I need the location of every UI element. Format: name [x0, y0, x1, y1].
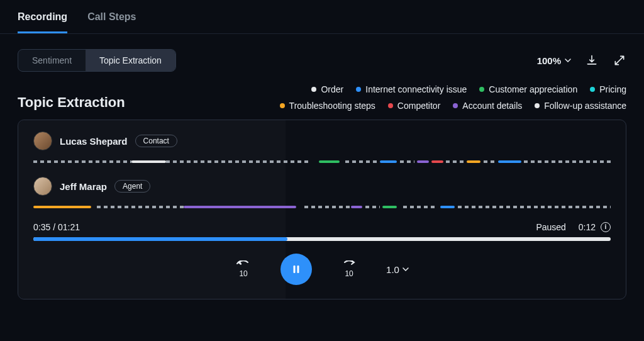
track-segment: [382, 206, 397, 208]
section-title: Topic Extraction: [18, 94, 125, 111]
zoom-dropdown[interactable]: 100%: [537, 55, 571, 66]
legend-item: Customer appreciation: [479, 84, 577, 94]
track-gap: [345, 160, 380, 163]
track-gap: [458, 206, 611, 208]
timeline-panel: Lucas ShepardContactJeff MarapAgent 0:35…: [18, 120, 626, 299]
timeline-track[interactable]: [33, 160, 611, 164]
legend-label: Troubleshooting steps: [289, 101, 375, 111]
legend-label: Competitor: [397, 101, 440, 111]
top-tabs: Recording Call Steps: [0, 0, 644, 34]
zoom-value: 100%: [537, 55, 561, 66]
sentiment-tab-button[interactable]: Sentiment: [18, 50, 86, 71]
legend-dot: [356, 87, 361, 92]
legend-dot: [535, 103, 540, 108]
svg-rect-1: [297, 266, 299, 273]
track-segment: [319, 160, 339, 163]
speaker-header: Lucas ShepardContact: [33, 131, 611, 150]
legend-label: Account details: [462, 101, 522, 111]
topic-extraction-tab-button[interactable]: Topic Extraction: [86, 50, 175, 71]
forward-10-button[interactable]: 10: [341, 260, 357, 278]
legend-label: Pricing: [599, 84, 626, 94]
legend-label: Customer appreciation: [489, 84, 577, 94]
chevron-down-icon: [402, 267, 409, 271]
role-badge: Contact: [135, 135, 177, 147]
track-gap: [400, 160, 414, 163]
progress-fill: [33, 237, 287, 241]
legend-dot: [311, 87, 316, 92]
track-segment: [431, 160, 443, 163]
legend-item: Internet connectivity issue: [356, 84, 467, 94]
tab-call-steps[interactable]: Call Steps: [87, 11, 136, 33]
avatar: [33, 131, 52, 150]
speaker-block: Jeff MarapAgent: [33, 177, 611, 210]
track-segment: [498, 160, 521, 163]
pause-icon: [291, 264, 302, 275]
rewind-10-button[interactable]: 10: [235, 260, 252, 278]
legend-label: Follow-up assistance: [544, 101, 626, 111]
elapsed-time: 0:35 / 01:21: [33, 222, 80, 232]
legend: OrderInternet connectivity issueCustomer…: [224, 84, 626, 111]
legend-dot: [453, 103, 458, 108]
info-icon[interactable]: [601, 222, 611, 232]
speaker-name: Jeff Marap: [60, 181, 107, 192]
track-gap: [97, 206, 184, 208]
expand-icon: [613, 54, 626, 67]
speaker-block: Lucas ShepardContact: [33, 131, 611, 164]
svg-rect-0: [294, 266, 296, 273]
legend-dot: [479, 87, 484, 92]
paused-status: Paused 0:12: [536, 222, 611, 232]
track-segment: [33, 206, 91, 208]
toolbar: Sentiment Topic Extraction 100%: [0, 34, 644, 84]
track-gap: [33, 160, 131, 163]
tab-recording[interactable]: Recording: [18, 11, 67, 33]
speaker-name: Lucas Shepard: [60, 136, 128, 147]
timeline-track[interactable]: [33, 206, 611, 210]
legend-dot: [280, 103, 285, 108]
play-pause-button[interactable]: [280, 254, 312, 285]
chevron-down-icon: [565, 59, 571, 62]
track-gap: [365, 206, 380, 208]
legend-item: Troubleshooting steps: [280, 101, 375, 111]
track-gap: [484, 160, 495, 163]
track-gap: [446, 160, 464, 163]
speaker-header: Jeff MarapAgent: [33, 177, 611, 196]
view-segmented-control: Sentiment Topic Extraction: [18, 49, 176, 72]
track-segment: [184, 206, 296, 208]
download-button[interactable]: [585, 53, 599, 67]
track-segment: [380, 160, 397, 163]
track-gap: [304, 206, 350, 208]
legend-item: Order: [311, 84, 343, 94]
legend-label: Order: [321, 84, 343, 94]
track-gap: [524, 160, 611, 163]
legend-item: Competitor: [388, 101, 440, 111]
avatar: [33, 177, 52, 196]
legend-label: Internet connectivity issue: [365, 84, 467, 94]
download-icon: [586, 54, 598, 67]
role-badge: Agent: [114, 180, 150, 193]
expand-button[interactable]: [613, 53, 626, 67]
playback-speed-dropdown[interactable]: 1.0: [386, 264, 409, 275]
legend-dot: [590, 87, 595, 92]
legend-item: Account details: [453, 101, 522, 111]
track-gap: [166, 160, 311, 163]
progress-bar[interactable]: [33, 237, 611, 241]
track-segment: [467, 160, 481, 163]
track-segment: [440, 206, 455, 208]
track-segment: [131, 160, 166, 163]
track-gap: [403, 206, 438, 208]
track-segment: [351, 206, 362, 208]
track-segment: [417, 160, 428, 163]
legend-item: Pricing: [590, 84, 626, 94]
legend-item: Follow-up assistance: [535, 101, 626, 111]
legend-dot: [388, 103, 393, 108]
